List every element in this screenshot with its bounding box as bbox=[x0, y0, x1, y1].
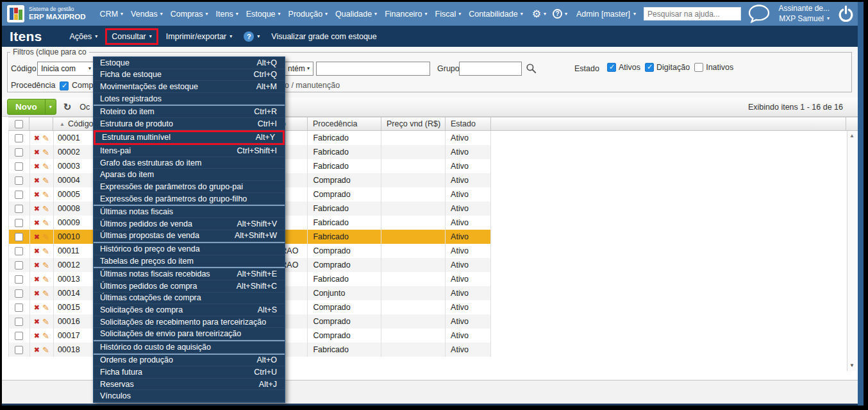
vertical-scrollbar[interactable]: ▲ ▼ bbox=[847, 131, 856, 371]
edit-icon[interactable]: ✎ bbox=[42, 190, 49, 200]
row-checkbox[interactable] bbox=[15, 176, 23, 185]
row-checkbox[interactable] bbox=[15, 289, 23, 298]
menu-consultar[interactable]: Consultar bbox=[105, 28, 158, 45]
help-search-input[interactable] bbox=[644, 7, 741, 21]
edit-icon[interactable]: ✎ bbox=[42, 317, 49, 327]
menu-item-ultimas-notas-fiscais[interactable]: Últimas notas fiscais bbox=[94, 206, 285, 218]
delete-icon[interactable]: ✖ bbox=[34, 162, 40, 171]
topbar-menu-qualidade[interactable]: Qualidade bbox=[335, 10, 377, 19]
hide-filters-fragment[interactable]: Oc bbox=[79, 103, 90, 112]
estado-checkbox[interactable] bbox=[694, 63, 703, 72]
menu-item-ultimos-pedidos-de-venda[interactable]: Últimos pedidos de venda Alt+Shift+V bbox=[94, 218, 285, 230]
estado-checkbox[interactable] bbox=[607, 63, 616, 72]
edit-icon[interactable]: ✎ bbox=[42, 289, 49, 298]
menu-item-solicitacoes-de-recebimento-para-terceirizacao[interactable]: Solicitações de recebimento para terceir… bbox=[94, 316, 285, 329]
row-checkbox[interactable] bbox=[15, 134, 23, 142]
scroll-up-icon[interactable]: ▲ bbox=[847, 133, 856, 139]
row-checkbox[interactable] bbox=[15, 219, 23, 227]
row-checkbox[interactable] bbox=[15, 275, 23, 284]
menu-item-ultimos-pedidos-de-compra[interactable]: Últimos pedidos de compra Alt+Shift+C bbox=[94, 280, 285, 293]
delete-icon[interactable]: ✖ bbox=[34, 148, 40, 157]
delete-icon[interactable]: ✖ bbox=[34, 219, 40, 227]
menu-acoes[interactable]: Ações bbox=[70, 32, 98, 41]
row-checkbox[interactable] bbox=[15, 318, 23, 326]
menu-item-ultimas-notas-fiscais-recebidas[interactable]: Últimas notas fiscais recebidas Alt+Shif… bbox=[94, 268, 285, 280]
edit-icon[interactable]: ✎ bbox=[42, 345, 49, 355]
menu-imprimir-exportar[interactable]: Imprimir/exportar bbox=[166, 32, 232, 41]
row-checkbox[interactable] bbox=[15, 346, 23, 354]
menu-item-ficha-futura[interactable]: Ficha futura Ctrl+U bbox=[94, 366, 285, 379]
delete-icon[interactable]: ✖ bbox=[34, 176, 40, 185]
novo-dropdown-toggle[interactable] bbox=[45, 99, 56, 114]
delete-icon[interactable]: ✖ bbox=[34, 247, 40, 255]
row-checkbox[interactable] bbox=[15, 148, 23, 157]
column-procedencia[interactable]: Procedência bbox=[308, 117, 381, 130]
edit-icon[interactable]: ✎ bbox=[42, 232, 49, 242]
menu-item-estoque[interactable]: Estoque Alt+Q bbox=[94, 57, 285, 69]
menu-item-solicitacoes-de-compra[interactable]: Solicitações de compra Alt+S bbox=[94, 304, 285, 316]
novo-button[interactable]: Novo bbox=[7, 99, 56, 115]
procedencia-checkbox[interactable] bbox=[60, 81, 69, 90]
edit-icon[interactable]: ✎ bbox=[42, 204, 49, 214]
edit-icon[interactable]: ✎ bbox=[42, 246, 49, 256]
delete-icon[interactable]: ✖ bbox=[34, 303, 40, 312]
menu-item-expressoes-de-parametros-do-grupo-filho[interactable]: Expressões de parâmetros do grupo-filho bbox=[94, 193, 285, 205]
edit-icon[interactable]: ✎ bbox=[42, 176, 49, 185]
menu-item-aparas-do-item[interactable]: Aparas do item bbox=[94, 169, 285, 181]
edit-icon[interactable]: ✎ bbox=[42, 303, 49, 312]
topbar-menu-contabilidade[interactable]: Contabilidade bbox=[469, 10, 522, 19]
select-all-checkbox[interactable] bbox=[15, 120, 23, 128]
topbar-menu-financeiro[interactable]: Financeiro bbox=[385, 10, 427, 19]
edit-icon[interactable]: ✎ bbox=[42, 331, 49, 341]
grupo-filter-input[interactable] bbox=[459, 62, 522, 76]
delete-icon[interactable]: ✖ bbox=[34, 205, 40, 213]
menu-item-reservas[interactable]: Reservas Alt+J bbox=[94, 379, 285, 391]
delete-icon[interactable]: ✖ bbox=[34, 261, 40, 269]
topbar-menu-fiscal[interactable]: Fiscal bbox=[435, 10, 462, 19]
topbar-menu-itens[interactable]: Itens bbox=[216, 10, 238, 19]
delete-icon[interactable]: ✖ bbox=[34, 134, 40, 142]
row-checkbox[interactable] bbox=[15, 191, 23, 199]
topbar-menu-compras[interactable]: Compras bbox=[171, 10, 208, 19]
select-all-column[interactable] bbox=[8, 117, 29, 130]
edit-icon[interactable]: ✎ bbox=[42, 218, 49, 228]
column-estado[interactable]: Estado bbox=[446, 117, 491, 130]
refresh-icon[interactable]: ↻ bbox=[63, 101, 72, 113]
row-checkbox[interactable] bbox=[15, 233, 23, 241]
delete-icon[interactable]: ✖ bbox=[34, 275, 40, 284]
delete-icon[interactable]: ✖ bbox=[34, 318, 40, 326]
codigo-operator-select[interactable]: Inicia com bbox=[37, 62, 95, 76]
delete-icon[interactable]: ✖ bbox=[34, 191, 40, 199]
row-checkbox[interactable] bbox=[15, 303, 23, 312]
scroll-down-icon[interactable]: ▼ bbox=[847, 363, 856, 368]
help-menu[interactable]: ? bbox=[553, 9, 567, 19]
menu-item-solicitacoes-de-envio-para-terceirizacao[interactable]: Solicitações de envio para terceirização bbox=[94, 328, 285, 340]
menu-item-historico-do-preco-de-venda[interactable]: Histórico do preço de venda bbox=[94, 243, 285, 255]
edit-icon[interactable]: ✎ bbox=[42, 261, 49, 270]
delete-icon[interactable]: ✖ bbox=[34, 346, 40, 354]
row-checkbox[interactable] bbox=[15, 332, 23, 340]
delete-icon[interactable]: ✖ bbox=[34, 289, 40, 298]
menu-item-movimentacoes-de-estoque[interactable]: Movimentações de estoque Alt+M bbox=[94, 81, 285, 93]
descricao-filter-input[interactable] bbox=[316, 62, 430, 76]
menu-item-tabelas-de-precos-do-item[interactable]: Tabelas de preços do item bbox=[94, 255, 285, 268]
admin-menu[interactable]: Admin [master] bbox=[576, 10, 636, 19]
edit-icon[interactable]: ✎ bbox=[42, 275, 49, 284]
column-preco-vnd[interactable]: Preço vnd (R$) bbox=[381, 117, 446, 130]
account-menu[interactable]: Assinante de... MXP Samuel bbox=[779, 4, 830, 24]
edit-icon[interactable]: ✎ bbox=[42, 148, 49, 157]
topbar-menu-crm[interactable]: CRM bbox=[100, 10, 123, 19]
menu-item-ultimas-propostas-de-venda[interactable]: Últimas propostas de venda Alt+Shift+W bbox=[94, 230, 285, 243]
menu-item-lotes-registrados[interactable]: Lotes registrados bbox=[94, 93, 285, 105]
menu-visualizar-grade[interactable]: Visualizar grade com estoque bbox=[271, 32, 376, 41]
app-logo[interactable]: Sistema de gestão ERP MAXIPROD bbox=[7, 5, 86, 22]
menu-item-ficha-de-estoque[interactable]: Ficha de estoque Ctrl+Q bbox=[94, 69, 285, 81]
menu-item-ordens-de-producao[interactable]: Ordens de produção Alt+O bbox=[94, 355, 285, 367]
menu-item-expressoes-de-parametros-do-grupo-pai[interactable]: Expressões de parâmetros do grupo-pai bbox=[94, 181, 285, 193]
edit-icon[interactable]: ✎ bbox=[42, 162, 49, 171]
search-icon[interactable] bbox=[526, 63, 537, 74]
topbar-menu-vendas[interactable]: Vendas bbox=[131, 10, 163, 19]
topbar-menu-producao[interactable]: Produção bbox=[288, 10, 328, 19]
page-help-menu[interactable]: ? bbox=[244, 31, 260, 42]
edit-icon[interactable]: ✎ bbox=[42, 133, 49, 143]
